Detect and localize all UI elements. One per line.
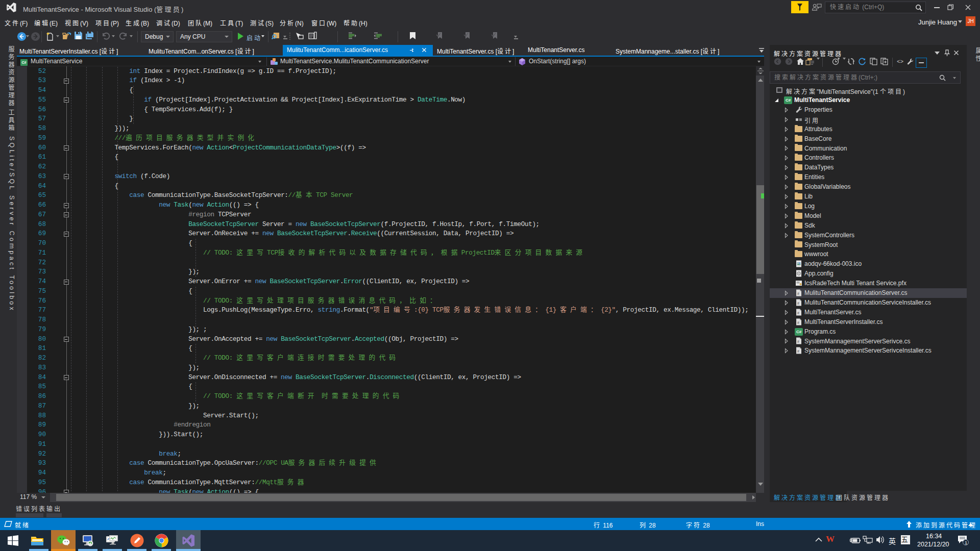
svg-text:#: #: [797, 321, 799, 324]
svg-text:#: #: [797, 302, 799, 305]
svg-text:#: #: [797, 349, 799, 353]
svg-text:#: #: [797, 292, 799, 295]
svg-text:#: #: [797, 311, 799, 315]
svg-text:1: 1: [965, 540, 967, 545]
svg-text:#: #: [797, 340, 799, 343]
